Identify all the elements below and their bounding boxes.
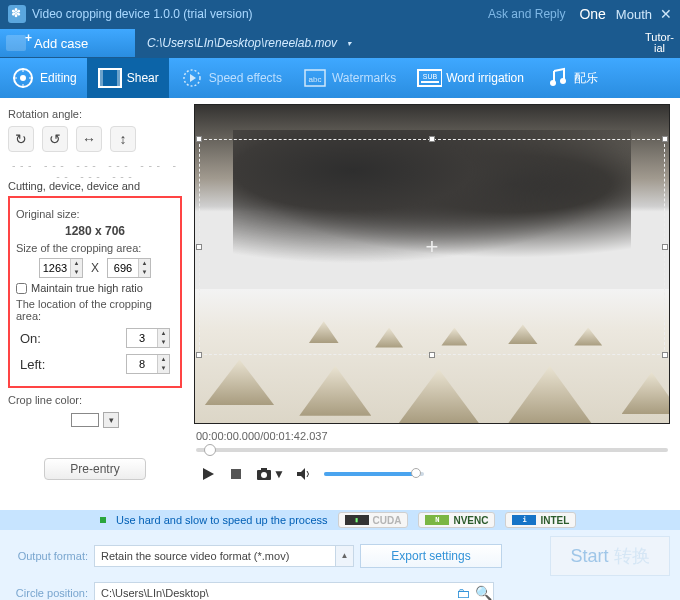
title-bar: Video cropping device 1.0.0 (trial versi… xyxy=(0,0,680,28)
maintain-ratio-label: Maintain true high ratio xyxy=(31,282,143,294)
titlebar-mouth-label: Mouth xyxy=(616,7,652,22)
crop-width-input[interactable]: ▲▼ xyxy=(39,258,83,278)
crop-color-picker-button[interactable]: ▾ xyxy=(103,412,119,428)
output-path-field[interactable] xyxy=(95,587,453,599)
volume-thumb[interactable] xyxy=(411,468,421,478)
start-button[interactable]: Start 转换 xyxy=(550,536,670,576)
browse-folder-icon[interactable]: 🗀 xyxy=(453,585,473,600)
svg-rect-8 xyxy=(117,69,121,87)
left-label: Left: xyxy=(20,357,45,372)
tab-word-irrigation[interactable]: SUB Word irrigation xyxy=(406,58,534,98)
original-size-value: 1280 x 706 xyxy=(16,224,174,238)
output-format-label: Output format: xyxy=(10,550,88,562)
spin-up-icon[interactable]: ▲ xyxy=(157,355,169,364)
output-path-field-wrap: 🗀 🔍 xyxy=(94,582,494,600)
tab-word-irrigation-label: Word irrigation xyxy=(446,71,524,85)
snapshot-menu-button[interactable]: ▼ xyxy=(274,466,284,482)
spin-down-icon[interactable]: ▼ xyxy=(70,268,82,277)
maintain-ratio-checkbox[interactable] xyxy=(16,283,27,294)
on-field[interactable] xyxy=(127,329,157,347)
crop-handle[interactable] xyxy=(662,136,668,142)
tab-editing[interactable]: Editing xyxy=(0,58,87,98)
flip-horizontal-button[interactable]: ↔ xyxy=(76,126,102,152)
spin-down-icon[interactable]: ▼ xyxy=(157,364,169,373)
rotation-angle-label: Rotation angle: xyxy=(8,108,182,120)
crop-location-label: The location of the cropping area: xyxy=(16,298,174,322)
crop-handle[interactable] xyxy=(429,352,435,358)
svg-rect-7 xyxy=(99,69,103,87)
left-field[interactable] xyxy=(127,355,157,373)
crop-color-swatch xyxy=(71,413,99,427)
crop-handle[interactable] xyxy=(662,352,668,358)
rotate-ccw-button[interactable]: ↺ xyxy=(42,126,68,152)
svg-text:abc: abc xyxy=(308,75,321,84)
tab-watermarks[interactable]: abc Watermarks xyxy=(292,58,406,98)
tab-shear[interactable]: Shear xyxy=(87,58,169,98)
spin-up-icon[interactable]: ▲ xyxy=(157,329,169,338)
close-icon[interactable]: ✕ xyxy=(660,6,672,22)
output-bar: Output format: ▲ Export settings Start 转… xyxy=(0,530,680,600)
speed-icon xyxy=(179,65,205,91)
cuda-logo-icon: ▮ xyxy=(345,515,369,525)
music-icon xyxy=(544,65,570,91)
seek-slider[interactable] xyxy=(196,444,668,454)
crop-height-field[interactable] xyxy=(108,259,138,277)
pre-entry-button[interactable]: Pre-entry xyxy=(44,458,146,480)
left-input[interactable]: ▲▼ xyxy=(126,354,170,374)
volume-slider[interactable] xyxy=(324,472,424,476)
subtitle-icon: SUB xyxy=(416,65,442,91)
video-preview[interactable]: + xyxy=(194,104,670,424)
output-format-dropdown[interactable]: ▲ xyxy=(94,545,354,567)
stop-button[interactable] xyxy=(228,466,244,482)
dropdown-up-icon[interactable]: ▲ xyxy=(335,546,353,566)
intel-logo-icon: i xyxy=(512,515,536,525)
export-settings-button[interactable]: Export settings xyxy=(360,544,502,568)
snapshot-button[interactable] xyxy=(256,466,272,482)
svg-point-1 xyxy=(20,75,26,81)
original-size-label: Original size: xyxy=(16,208,174,220)
flip-vertical-button[interactable]: ↕ xyxy=(110,126,136,152)
svg-marker-18 xyxy=(203,468,214,480)
on-label: On: xyxy=(20,331,41,346)
ask-reply-link[interactable]: Ask and Reply xyxy=(488,7,565,21)
volume-icon[interactable] xyxy=(296,466,312,482)
open-folder-icon[interactable]: 🔍 xyxy=(473,585,493,600)
tab-watermarks-label: Watermarks xyxy=(332,71,396,85)
source-file-tab[interactable]: C:\Users\LIn\Desktop\reneelab.mov ▾ xyxy=(147,36,337,50)
crop-height-input[interactable]: ▲▼ xyxy=(107,258,151,278)
spin-down-icon[interactable]: ▼ xyxy=(157,338,169,347)
seek-thumb[interactable] xyxy=(204,444,216,456)
crop-handle[interactable] xyxy=(429,136,435,142)
crop-handle[interactable] xyxy=(196,244,202,250)
output-path-label: Circle position: xyxy=(10,587,88,599)
divider-dashes: --- --- --- --- --- --- --- --- xyxy=(8,160,182,182)
crop-frame[interactable]: + xyxy=(199,139,665,355)
play-button[interactable] xyxy=(200,466,216,482)
crop-size-label: Size of the cropping area: xyxy=(16,242,174,254)
add-case-button[interactable]: Add case xyxy=(0,29,135,57)
cutting-caption: Cutting, device, device and xyxy=(8,180,182,192)
start-button-ghost: 转换 xyxy=(609,546,650,566)
editing-icon xyxy=(10,65,36,91)
watermark-icon: abc xyxy=(302,65,328,91)
tutorial-link[interactable]: Tutor- ial xyxy=(645,32,680,54)
preview-pane: + 00:00:00.000/00:01:42.037 xyxy=(190,98,680,510)
output-format-field[interactable] xyxy=(95,550,335,562)
acceleration-bar: Use hard and slow to speed up the proces… xyxy=(0,510,680,530)
spin-up-icon[interactable]: ▲ xyxy=(138,259,150,268)
crop-handle[interactable] xyxy=(196,352,202,358)
rotate-cw-button[interactable]: ↻ xyxy=(8,126,34,152)
intel-chip[interactable]: iINTEL xyxy=(505,512,576,528)
tab-music[interactable]: 配乐 xyxy=(534,58,608,98)
crop-handle[interactable] xyxy=(196,136,202,142)
on-input[interactable]: ▲▼ xyxy=(126,328,170,348)
spin-up-icon[interactable]: ▲ xyxy=(70,259,82,268)
tab-speed-effects[interactable]: Speed effects xyxy=(169,58,292,98)
crop-handle[interactable] xyxy=(662,244,668,250)
cuda-chip[interactable]: ▮CUDA xyxy=(338,512,409,528)
settings-panel: Rotation angle: ↻ ↺ ↔ ↕ --- --- --- --- … xyxy=(0,98,190,510)
spin-down-icon[interactable]: ▼ xyxy=(138,268,150,277)
nvenc-chip[interactable]: NNVENC xyxy=(418,512,495,528)
crop-width-field[interactable] xyxy=(40,259,70,277)
x-separator: X xyxy=(91,261,99,275)
